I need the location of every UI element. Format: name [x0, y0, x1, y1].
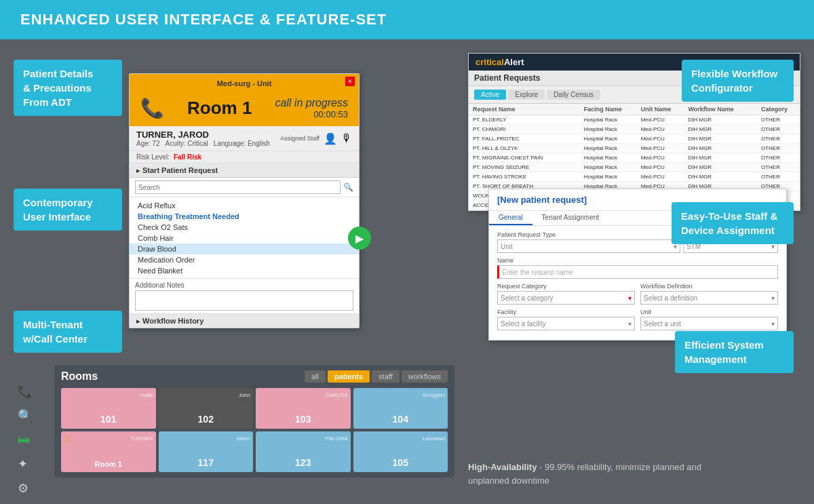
search-bar: 🔍: [130, 178, 359, 197]
room-card-turner[interactable]: ⚠ TURNER Room 1: [61, 431, 156, 472]
high-availability: High-Availability - 99.95% reliability, …: [468, 461, 726, 487]
tab-active[interactable]: Active: [474, 90, 506, 100]
risk-bar: Risk Level: Fall Risk: [130, 151, 359, 163]
header: ENHANCED USER INTERFACE & FEATURE-SET: [0, 0, 814, 39]
search-icon: 🔍: [343, 182, 353, 192]
unit-select-field-text: Select a unit: [644, 320, 681, 328]
tab-tenant-assignment[interactable]: Tenant Assignment: [532, 211, 609, 225]
facility-text: Select a facility: [501, 320, 546, 328]
patient-info-bar: TURNER, JAROD Age: 72 Acuity: Critical L…: [130, 126, 359, 151]
room-label: Room 1: [187, 98, 252, 119]
form-group-workflow: Workflow Definition Select a definition …: [640, 283, 778, 305]
go-button[interactable]: ▶: [348, 227, 371, 250]
rooms-title: Rooms: [61, 370, 98, 383]
form-row-category-workflow: Request Category Select a category ▾ Wor…: [497, 283, 778, 305]
tab-all[interactable]: all: [305, 370, 326, 383]
tab-general[interactable]: General: [489, 211, 532, 225]
request-item[interactable]: Comb Hair: [130, 233, 359, 244]
request-item[interactable]: Breathing Treatment Needed: [130, 211, 359, 222]
star-sidebar-icon[interactable]: ✦: [18, 457, 33, 471]
workflow-arrow-icon: ▸: [136, 317, 140, 325]
request-item[interactable]: Draw Blood: [130, 244, 359, 254]
rooms-header: Rooms all patients staff workflows: [61, 370, 448, 383]
callout-easy-staff: Easy-To-Use Staff & Device Assignment: [672, 202, 794, 244]
request-item[interactable]: Acid Reflux: [130, 200, 359, 211]
request-item[interactable]: Need Blanket: [130, 265, 359, 276]
category-select[interactable]: Select a category ▾: [497, 291, 635, 305]
form-row-name: Name Enter the request name: [497, 257, 778, 279]
table-row[interactable]: PT. ELDERLYHospital RackMed-PCUDIH MGROT…: [469, 115, 800, 125]
callout-contemporary-ui: Contemporary User Interface: [14, 189, 122, 231]
room-card-104[interactable]: Struggles 104: [353, 388, 448, 429]
request-item[interactable]: Medication Order: [130, 254, 359, 265]
room-card-117[interactable]: Warin 117: [159, 431, 254, 472]
table-row[interactable]: PT. HAVING STROKEHospital RackMed-PCUDIH…: [469, 172, 800, 182]
rooms-row-1: Hutte 101 John 102 CARLOS 103 Struggles …: [61, 388, 448, 429]
room-name-carlos: CARLOS: [256, 392, 351, 398]
room-name-warin: Warin: [159, 435, 254, 442]
room-name-hutte: Hutte: [61, 392, 156, 398]
category-text: Select a category: [501, 294, 553, 302]
right-column: Flexible Workflow Configurator Easy-To-U…: [461, 53, 800, 497]
name-input[interactable]: Enter the request name: [497, 265, 778, 279]
room-number-turner: Room 1: [95, 460, 122, 468]
facility-select[interactable]: Select a facility ▾: [497, 317, 635, 330]
category-label: Request Category: [497, 283, 635, 290]
search-sidebar-icon[interactable]: 🔍: [18, 408, 33, 423]
phone-sidebar-icon[interactable]: 📞: [18, 384, 33, 399]
room-card-105[interactable]: Lekowski 105: [353, 431, 448, 472]
facility-label: Facility: [497, 309, 635, 315]
header-title: ENHANCED USER INTERFACE & FEATURE-SET: [20, 11, 387, 28]
room-card-102[interactable]: John 102: [159, 388, 254, 429]
col-request-name: Request Name: [469, 104, 580, 115]
phone-icon: 📞: [140, 97, 164, 119]
notes-box[interactable]: [135, 290, 353, 311]
request-item[interactable]: Need Pain Med...: [130, 276, 359, 279]
patient-name: TURNER, JAROD: [136, 130, 270, 140]
unit-select[interactable]: Unit ▾: [497, 239, 680, 253]
tab-explore[interactable]: Explore: [508, 90, 545, 100]
table-row[interactable]: PT. MOVING SEIZUREHospital RackMed-PCUDI…: [469, 163, 800, 172]
settings-sidebar-icon[interactable]: ⚙: [18, 481, 33, 496]
main-content: Patient Details & Precautions From ADT C…: [0, 39, 814, 504]
table-row[interactable]: PT. FALL-PROTECHospital RackMed-PCUDIH M…: [469, 134, 800, 144]
room-card-101[interactable]: Hutte 101: [61, 388, 156, 429]
room-number-103: 103: [295, 414, 311, 425]
tab-daily-census[interactable]: Daily Census: [547, 90, 600, 100]
request-list-container: Acid Reflux Breathing Treatment Needed C…: [130, 197, 359, 279]
staff-icon: 👤: [324, 132, 337, 145]
sidebar-icons: 📞 🔍 🛏 ✦ ⚙: [14, 379, 37, 501]
tab-staff[interactable]: staff: [372, 370, 400, 383]
table-row[interactable]: PT. CHIMORIHospital RackMed-PCUDIH MGROT…: [469, 125, 800, 134]
rooms-grid: Hutte 101 John 102 CARLOS 103 Struggles …: [61, 388, 448, 472]
critical-alert-logo: criticalAlert: [476, 57, 524, 67]
go-button-area: ▶: [348, 227, 371, 250]
request-item[interactable]: Check O2 Sats: [130, 222, 359, 233]
table-row[interactable]: PT. MIGRAINE-CHEST PAINHospital RackMed-…: [469, 153, 800, 163]
patient-language: Language: English: [214, 140, 270, 147]
mic-icon: 🎙: [341, 132, 352, 144]
tab-patients[interactable]: patients: [328, 370, 370, 383]
tab-workflows[interactable]: workflows: [402, 370, 448, 383]
assigned-staff-label: Assigned Staff: [280, 135, 319, 142]
unit-select-field[interactable]: Select a unit ▾: [640, 317, 778, 330]
unit-label: Unit: [640, 309, 778, 315]
room-number-102: 102: [198, 414, 214, 425]
search-input[interactable]: [135, 180, 341, 194]
bed-sidebar-icon[interactable]: 🛏: [18, 433, 33, 447]
high-avail-bold: High-Availability: [468, 462, 537, 472]
room-card-123[interactable]: PALOMA 123: [256, 431, 351, 472]
workflow-select[interactable]: Select a definition ▾: [640, 291, 778, 305]
room-name-lekowski: Lekowski: [353, 435, 448, 442]
room-number-123: 123: [295, 457, 311, 468]
left-column: Patient Details & Precautions From ADT C…: [14, 53, 461, 497]
room-name-turner: TURNER: [61, 435, 156, 442]
callout-multitenant: Multi-Tenant w/Call Center: [14, 311, 122, 353]
col-category: Category: [757, 104, 800, 115]
table-row[interactable]: PT. HILL & OLZYKHospital RackMed-PCUDIH …: [469, 144, 800, 153]
close-button[interactable]: ✕: [345, 77, 355, 86]
workflow-history-label: Workflow History: [142, 317, 204, 325]
room-card-103[interactable]: CARLOS 103: [256, 388, 351, 429]
form-group-unit: Unit Select a unit ▾: [640, 309, 778, 330]
rooms-row-2: ⚠ TURNER Room 1 Warin 117 PALOMA 123 Lek…: [61, 431, 448, 472]
